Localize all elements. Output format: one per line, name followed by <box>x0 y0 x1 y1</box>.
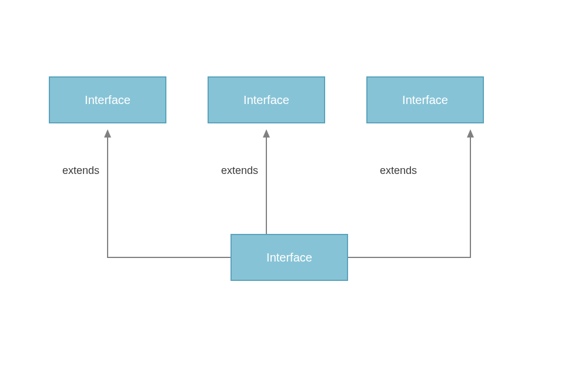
connector-left <box>108 130 230 257</box>
interface-box-bottom: Interface <box>230 234 348 281</box>
edge-label-left: extends <box>62 165 99 177</box>
interface-label: Interface <box>402 93 448 107</box>
connector-lines <box>0 0 588 382</box>
edge-label-right: extends <box>380 165 417 177</box>
edge-label-center: extends <box>221 165 258 177</box>
interface-label: Interface <box>85 93 131 107</box>
interface-label: Interface <box>243 93 289 107</box>
connector-right <box>348 130 470 257</box>
interface-box-top-left: Interface <box>49 76 166 123</box>
interface-box-top-center: Interface <box>208 76 325 123</box>
interface-box-top-right: Interface <box>366 76 484 123</box>
interface-label: Interface <box>266 251 312 264</box>
